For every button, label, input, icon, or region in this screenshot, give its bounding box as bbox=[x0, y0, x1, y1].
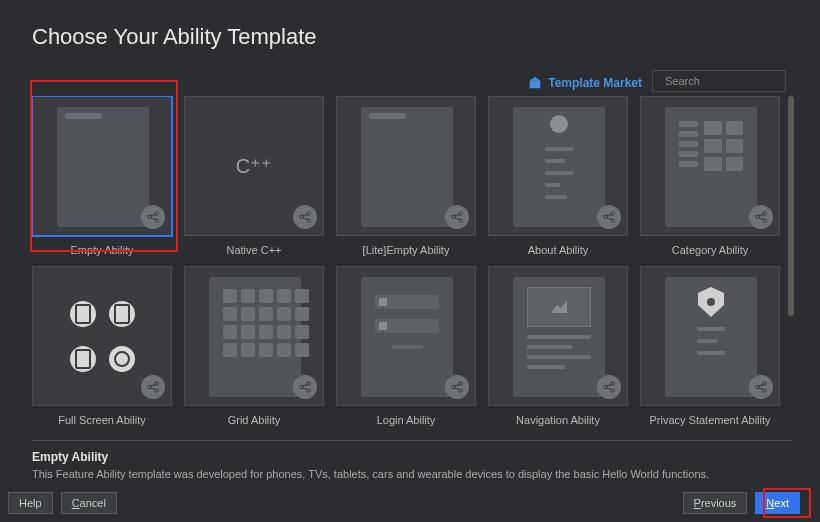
svg-line-17 bbox=[455, 218, 459, 220]
description-panel: Empty Ability This Feature Ability templ… bbox=[32, 450, 792, 480]
template-card-privacy-statement-ability[interactable]: Privacy Statement Ability bbox=[640, 266, 780, 426]
template-label: Empty Ability bbox=[71, 244, 134, 256]
share-icon bbox=[293, 375, 317, 399]
template-thumb bbox=[488, 96, 628, 236]
svg-line-51 bbox=[759, 384, 763, 386]
divider bbox=[32, 440, 792, 441]
share-icon bbox=[293, 205, 317, 229]
template-thumb bbox=[640, 96, 780, 236]
market-icon bbox=[528, 76, 542, 90]
template-card-login-ability[interactable]: Login Ability bbox=[336, 266, 476, 426]
svg-line-36 bbox=[303, 384, 307, 386]
svg-line-37 bbox=[303, 388, 307, 390]
template-grid: Empty Ability C⁺⁺ Native C++ [Lite]Empty… bbox=[32, 96, 796, 436]
svg-rect-0 bbox=[530, 80, 541, 88]
share-icon bbox=[597, 205, 621, 229]
template-card-full-screen-ability[interactable]: Full Screen Ability bbox=[32, 266, 172, 426]
svg-line-6 bbox=[151, 214, 155, 216]
template-market-link[interactable]: Template Market bbox=[528, 76, 642, 90]
search-input-wrapper[interactable] bbox=[652, 70, 786, 92]
svg-line-26 bbox=[759, 214, 763, 216]
template-thumb bbox=[488, 266, 628, 406]
next-button[interactable]: Next bbox=[755, 492, 800, 514]
template-thumb bbox=[640, 266, 780, 406]
svg-line-22 bbox=[607, 218, 611, 220]
svg-line-41 bbox=[455, 384, 459, 386]
svg-line-11 bbox=[303, 214, 307, 216]
svg-line-42 bbox=[455, 388, 459, 390]
share-icon bbox=[141, 375, 165, 399]
svg-line-32 bbox=[151, 388, 155, 390]
cancel-button[interactable]: Cancel bbox=[61, 492, 117, 514]
share-icon bbox=[597, 375, 621, 399]
share-icon bbox=[141, 205, 165, 229]
search-input[interactable] bbox=[659, 74, 805, 88]
template-thumb: C⁺⁺ bbox=[184, 96, 324, 236]
share-icon bbox=[445, 205, 469, 229]
template-card-about-ability[interactable]: About Ability bbox=[488, 96, 628, 256]
template-thumb bbox=[336, 96, 476, 236]
svg-line-16 bbox=[455, 214, 459, 216]
page-title: Choose Your Ability Template bbox=[32, 24, 317, 50]
template-label: [Lite]Empty Ability bbox=[363, 244, 450, 256]
svg-line-46 bbox=[607, 384, 611, 386]
template-thumb bbox=[32, 266, 172, 406]
template-label: Navigation Ability bbox=[516, 414, 600, 426]
previous-button[interactable]: Previous bbox=[683, 492, 748, 514]
template-label: About Ability bbox=[528, 244, 589, 256]
svg-line-27 bbox=[759, 218, 763, 220]
template-card-category-ability[interactable]: Category Ability bbox=[640, 96, 780, 256]
template-label: Full Screen Ability bbox=[58, 414, 145, 426]
template-card-navigation-ability[interactable]: Navigation Ability bbox=[488, 266, 628, 426]
template-card-lite-empty-ability[interactable]: [Lite]Empty Ability bbox=[336, 96, 476, 256]
template-thumb bbox=[32, 96, 172, 236]
template-card-empty-ability[interactable]: Empty Ability bbox=[32, 96, 172, 256]
template-label: Privacy Statement Ability bbox=[649, 414, 770, 426]
template-card-native-cpp[interactable]: C⁺⁺ Native C++ bbox=[184, 96, 324, 256]
template-label: Grid Ability bbox=[228, 414, 281, 426]
share-icon bbox=[445, 375, 469, 399]
svg-line-21 bbox=[607, 214, 611, 216]
template-thumb bbox=[184, 266, 324, 406]
template-card-grid-ability[interactable]: Grid Ability bbox=[184, 266, 324, 426]
cpp-icon: C⁺⁺ bbox=[236, 154, 272, 178]
template-market-label: Template Market bbox=[548, 76, 642, 90]
svg-line-31 bbox=[151, 384, 155, 386]
description-title: Empty Ability bbox=[32, 450, 792, 464]
description-text: This Feature Ability template was develo… bbox=[32, 468, 792, 480]
shield-icon bbox=[698, 287, 724, 317]
template-label: Category Ability bbox=[672, 244, 748, 256]
share-icon bbox=[749, 375, 773, 399]
share-icon bbox=[749, 205, 773, 229]
help-button[interactable]: Help bbox=[8, 492, 53, 514]
template-label: Native C++ bbox=[226, 244, 281, 256]
svg-line-7 bbox=[151, 218, 155, 220]
scrollbar[interactable] bbox=[788, 96, 794, 316]
footer: Help Cancel Previous Next bbox=[0, 486, 820, 514]
svg-line-47 bbox=[607, 388, 611, 390]
template-thumb bbox=[336, 266, 476, 406]
svg-line-12 bbox=[303, 218, 307, 220]
template-label: Login Ability bbox=[377, 414, 436, 426]
svg-line-52 bbox=[759, 388, 763, 390]
